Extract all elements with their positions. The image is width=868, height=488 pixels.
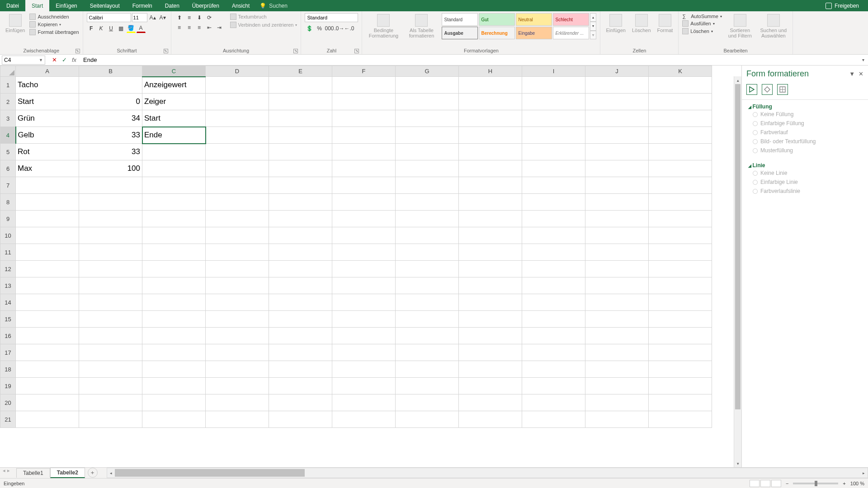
cell-I7[interactable] [522,177,585,194]
cell-F15[interactable] [332,311,396,328]
fill-section-header[interactable]: Füllung [748,103,862,110]
cell-G2[interactable] [396,94,459,110]
cell-H20[interactable] [459,394,522,411]
cell-F20[interactable] [332,394,396,411]
column-header-I[interactable]: I [522,66,585,77]
cell-E6[interactable] [269,160,332,177]
column-header-K[interactable]: K [649,66,712,77]
fill-option-0[interactable]: Keine Füllung [748,110,862,119]
cell-H17[interactable] [459,344,522,361]
cell-C1[interactable]: Anzeigewert [142,77,206,94]
cell-F7[interactable] [332,177,396,194]
cell-A16[interactable] [16,328,79,344]
cell-I15[interactable] [522,311,585,328]
row-header-12[interactable]: 12 [0,261,16,277]
cell-D6[interactable] [206,160,269,177]
cell-F5[interactable] [332,144,396,160]
cell-G12[interactable] [396,261,459,277]
line-option-1[interactable]: Einfarbige Linie [748,178,862,187]
wrap-text-button[interactable]: Textumbruch [230,13,297,20]
cell-K4[interactable] [649,127,712,144]
view-normal-button[interactable] [750,480,760,487]
cell-E14[interactable] [269,294,332,311]
cell-C5[interactable] [142,144,206,160]
cell-B5[interactable]: 33 [79,144,142,160]
row-header-2[interactable]: 2 [0,94,16,110]
cell-C16[interactable] [142,328,206,344]
zoom-out-button[interactable]: − [786,481,788,486]
cell-A9[interactable] [16,211,79,227]
cell-E4[interactable] [269,127,332,144]
column-header-H[interactable]: H [459,66,522,77]
tab-daten[interactable]: Daten [159,0,186,11]
increase-indent-button[interactable]: ⇥ [215,23,224,32]
cell-J8[interactable] [585,194,649,211]
cell-C4[interactable] [142,127,206,144]
cell-K3[interactable] [649,110,712,127]
cell-H16[interactable] [459,328,522,344]
line-option-0[interactable]: Keine Linie [748,169,862,178]
cell-G17[interactable] [396,344,459,361]
font-dialog-launcher[interactable]: ⬊ [164,49,168,53]
cell-I9[interactable] [522,211,585,227]
cell-K13[interactable] [649,277,712,294]
cell-E8[interactable] [269,194,332,211]
cell-B15[interactable] [79,311,142,328]
scroll-right-button[interactable]: ▸ [860,468,868,478]
row-header-8[interactable]: 8 [0,194,16,211]
cell-J5[interactable] [585,144,649,160]
cell-F10[interactable] [332,227,396,244]
cell-G14[interactable] [396,294,459,311]
cell-I3[interactable] [522,110,585,127]
align-left-button[interactable]: ≡ [175,23,184,32]
cell-J11[interactable] [585,244,649,261]
tell-me-search[interactable]: 💡 Suchen [259,3,288,9]
cell-J17[interactable] [585,344,649,361]
cell-A12[interactable] [16,261,79,277]
align-middle-button[interactable]: ≡ [185,13,194,22]
format-as-table-button[interactable]: Als Tabelle formatieren [404,13,439,39]
row-header-1[interactable]: 1 [0,77,16,94]
cell-F21[interactable] [332,411,396,428]
alignment-dialog-launcher[interactable]: ⬊ [293,49,298,53]
add-sheet-button[interactable]: ＋ [88,468,98,478]
gallery-more[interactable]: ▿ [590,31,596,39]
zoom-in-button[interactable]: + [843,481,845,486]
cell-F19[interactable] [332,378,396,394]
cell-E18[interactable] [269,361,332,378]
cell-C11[interactable] [142,244,206,261]
column-header-C[interactable]: C [142,66,206,77]
cell-I19[interactable] [522,378,585,394]
insert-function-button[interactable]: fx [70,56,79,65]
cell-H6[interactable] [459,160,522,177]
cell-E13[interactable] [269,277,332,294]
cell-E17[interactable] [269,344,332,361]
cell-G4[interactable] [396,127,459,144]
cell-H2[interactable] [459,94,522,110]
style-ausgabe[interactable]: Ausgabe [442,27,478,39]
cell-styles-gallery[interactable]: Standard Gut Neutral Schlecht ▴▾▿ Ausgab… [442,13,596,39]
cell-F16[interactable] [332,328,396,344]
cell-J10[interactable] [585,227,649,244]
tab-ueberpruefen[interactable]: Überprüfen [186,0,226,11]
cell-D17[interactable] [206,344,269,361]
cell-D21[interactable] [206,411,269,428]
sheet-tab-tabelle2[interactable]: Tabelle2 [50,468,85,478]
fill-color-button[interactable]: 🪣 [127,24,136,33]
cell-B13[interactable] [79,277,142,294]
column-header-G[interactable]: G [396,66,459,77]
cell-I8[interactable] [522,194,585,211]
borders-button[interactable]: ▦ [117,24,126,33]
cell-D8[interactable] [206,194,269,211]
cell-K16[interactable] [649,328,712,344]
tab-ansicht[interactable]: Ansicht [226,0,256,11]
decrease-font-button[interactable]: A▾ [158,13,167,22]
cell-J3[interactable] [585,110,649,127]
cell-J18[interactable] [585,361,649,378]
cell-K11[interactable] [649,244,712,261]
cell-K20[interactable] [649,394,712,411]
select-all-corner[interactable] [0,66,16,77]
cut-button[interactable]: Ausschneiden [29,13,79,20]
font-name-select[interactable] [87,13,131,22]
cell-H1[interactable] [459,77,522,94]
